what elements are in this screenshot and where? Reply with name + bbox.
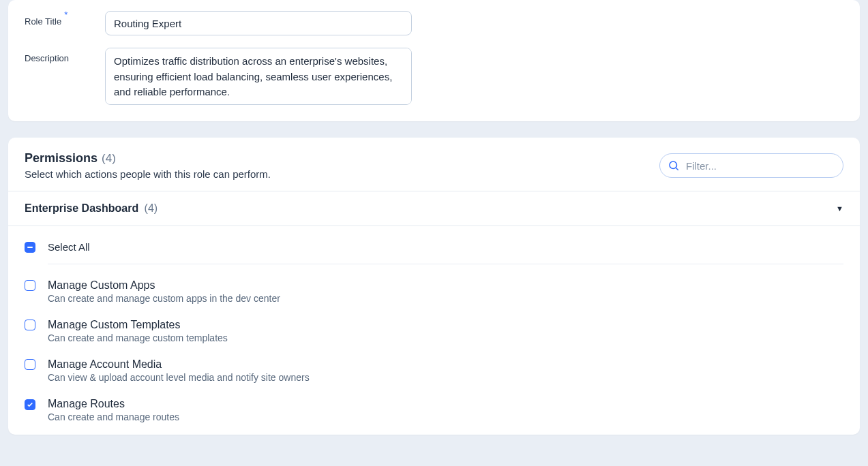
permission-checkbox[interactable] [25, 320, 35, 330]
permission-description: Can create and manage routes [48, 411, 179, 422]
permission-item: Manage Custom Templates Can create and m… [25, 304, 843, 343]
permissions-filter [659, 153, 843, 178]
search-icon [668, 159, 680, 172]
permissions-title: Permissions [25, 151, 98, 166]
role-description-input[interactable] [105, 48, 412, 105]
permission-description: Can create and manage custom apps in the… [48, 293, 280, 304]
permissions-card: Permissions (4) Select which actions peo… [8, 138, 860, 435]
permissions-header-text: Permissions (4) Select which actions peo… [25, 151, 271, 180]
svg-line-1 [676, 168, 678, 170]
role-title-input[interactable] [105, 11, 412, 35]
role-description-label-text: Description [25, 53, 69, 63]
permissions-count: (4) [102, 152, 116, 166]
permission-title: Manage Routes [48, 398, 179, 410]
select-all-row: Select All [25, 238, 843, 264]
permission-group-count: (4) [145, 202, 158, 214]
svg-point-0 [670, 161, 677, 169]
permission-description: Can create and manage custom templates [48, 332, 228, 343]
permission-checkbox[interactable] [25, 399, 35, 410]
permissions-subtitle: Select which actions people with this ro… [25, 168, 271, 180]
permission-item: Manage Routes Can create and manage rout… [25, 383, 843, 422]
role-details-card: Role Title * Description [8, 0, 860, 121]
permission-item: Manage Account Media Can view & upload a… [25, 343, 843, 383]
permission-group-header[interactable]: Enterprise Dashboard (4) ▼ [8, 191, 860, 226]
permission-group-title: Enterprise Dashboard [25, 202, 138, 214]
permission-title: Manage Account Media [48, 358, 310, 371]
permission-description: Can view & upload account level media an… [48, 372, 310, 383]
chevron-down-icon: ▼ [836, 204, 843, 213]
permission-checkbox[interactable] [25, 359, 35, 370]
select-all-label: Select All [48, 241, 90, 253]
role-description-label: Description [25, 48, 105, 63]
permission-title: Manage Custom Apps [48, 279, 280, 292]
permission-checkbox[interactable] [25, 280, 35, 291]
role-description-row: Description [25, 48, 843, 105]
required-asterisk: * [64, 10, 68, 20]
role-title-label-text: Role Title [25, 16, 61, 27]
permission-title: Manage Custom Templates [48, 319, 228, 331]
permissions-header: Permissions (4) Select which actions peo… [8, 138, 860, 191]
permission-list: Select All Manage Custom Apps Can create… [8, 226, 860, 435]
role-title-label: Role Title * [25, 11, 105, 27]
permission-item: Manage Custom Apps Can create and manage… [25, 264, 843, 304]
role-title-row: Role Title * [25, 11, 843, 35]
permissions-filter-input[interactable] [659, 153, 843, 178]
select-all-checkbox[interactable] [25, 242, 35, 253]
